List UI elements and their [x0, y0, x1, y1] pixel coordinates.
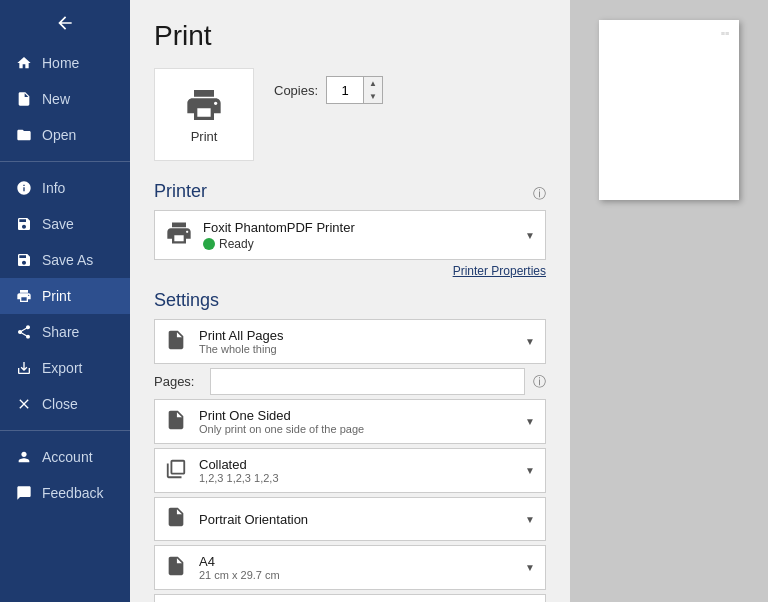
print-panel: Print Print Copies: ▲ ▼ — [130, 0, 570, 602]
sidebar-item-new[interactable]: New — [0, 81, 130, 117]
top-row: Print Copies: ▲ ▼ — [154, 68, 546, 177]
sidebar-item-label: Home — [42, 55, 79, 71]
settings-collate-sub: 1,2,3 1,2,3 1,2,3 — [199, 472, 515, 484]
settings-pages-sub: The whole thing — [199, 343, 515, 355]
printer-icon — [165, 219, 193, 251]
settings-collate-text: Collated 1,2,3 1,2,3 1,2,3 — [199, 457, 515, 484]
orientation-icon — [165, 506, 189, 532]
sidebar-item-label: Info — [42, 180, 65, 196]
sidebar-item-label: Account — [42, 449, 93, 465]
orientation-dropdown-arrow: ▼ — [525, 514, 535, 525]
settings-collate[interactable]: Collated 1,2,3 1,2,3 1,2,3 ▼ — [154, 448, 546, 493]
content-area: Print Print Copies: ▲ ▼ — [130, 0, 768, 602]
sidebar-item-home[interactable]: Home — [0, 45, 130, 81]
sidebar-item-label: Feedback — [42, 485, 103, 501]
sidebar-item-print[interactable]: Print — [0, 278, 130, 314]
sidebar-item-share[interactable]: Share — [0, 314, 130, 350]
preview-page-content: ≡≡ — [721, 30, 729, 37]
settings-orientation-text: Portrait Orientation — [199, 512, 515, 527]
pages-input[interactable] — [210, 368, 525, 395]
copies-row: Copies: ▲ ▼ — [274, 76, 383, 104]
settings-paper-main: A4 — [199, 554, 515, 569]
settings-print-sided[interactable]: Print One Sided Only print on one side o… — [154, 399, 546, 444]
pages-info-icon: ⓘ — [533, 373, 546, 391]
settings-sided-sub: Only print on one side of the page — [199, 423, 515, 435]
sidebar: Home New Open Info Save Save As Print Sh… — [0, 0, 130, 602]
status-dot — [203, 238, 215, 250]
sidebar-item-account[interactable]: Account — [0, 439, 130, 475]
paper-size-icon — [165, 555, 189, 581]
settings-orientation-main: Portrait Orientation — [199, 512, 515, 527]
preview-area: ≡≡ — [570, 0, 768, 602]
sidebar-item-label: Close — [42, 396, 78, 412]
printer-section-title: Printer — [154, 181, 546, 202]
printer-name: Foxit PhantomPDF Printer — [203, 220, 525, 235]
collate-dropdown-arrow: ▼ — [525, 465, 535, 476]
copies-input[interactable] — [327, 81, 363, 100]
printer-info-icon: ⓘ — [533, 185, 546, 203]
printer-status-text: Ready — [219, 237, 254, 251]
printer-section: Printer ⓘ — [154, 181, 546, 202]
copies-label: Copies: — [274, 83, 318, 98]
printer-status: Ready — [203, 237, 525, 251]
copies-increment[interactable]: ▲ — [364, 77, 382, 90]
settings-margins[interactable]: Normal Margins Left: 2.54 cm Right: 2.54… — [154, 594, 546, 602]
copies-input-wrap: ▲ ▼ — [326, 76, 383, 104]
print-button[interactable]: Print — [154, 68, 254, 161]
sidebar-item-save[interactable]: Save — [0, 206, 130, 242]
settings-print-all-pages[interactable]: Print All Pages The whole thing ▼ — [154, 319, 546, 364]
sidebar-item-label: Share — [42, 324, 79, 340]
sidebar-item-label: Open — [42, 127, 76, 143]
printer-properties-link[interactable]: Printer Properties — [154, 264, 546, 278]
paper-dropdown-arrow: ▼ — [525, 562, 535, 573]
pages-dropdown-arrow: ▼ — [525, 336, 535, 347]
sided-dropdown-arrow: ▼ — [525, 416, 535, 427]
sidebar-item-label: Save — [42, 216, 74, 232]
sidebar-item-info[interactable]: Info — [0, 170, 130, 206]
sided-icon — [165, 409, 189, 435]
copies-decrement[interactable]: ▼ — [364, 90, 382, 103]
preview-page: ≡≡ — [599, 20, 739, 200]
copies-section: Copies: ▲ ▼ — [270, 68, 383, 116]
pages-row: Pages: ⓘ — [154, 368, 546, 395]
sidebar-item-feedback[interactable]: Feedback — [0, 475, 130, 511]
pages-icon — [165, 329, 189, 355]
pages-label: Pages: — [154, 374, 202, 389]
settings-paper-text: A4 21 cm x 29.7 cm — [199, 554, 515, 581]
sidebar-item-save-as[interactable]: Save As — [0, 242, 130, 278]
sidebar-item-label: Export — [42, 360, 82, 376]
sidebar-item-label: Print — [42, 288, 71, 304]
page-title: Print — [154, 20, 546, 52]
settings-sided-main: Print One Sided — [199, 408, 515, 423]
sidebar-item-close[interactable]: Close — [0, 386, 130, 422]
copies-spinners: ▲ ▼ — [363, 77, 382, 103]
settings-section-title: Settings — [154, 290, 546, 311]
settings-orientation[interactable]: Portrait Orientation ▼ — [154, 497, 546, 541]
printer-dropdown[interactable]: Foxit PhantomPDF Printer Ready ▼ — [154, 210, 546, 260]
settings-paper-sub: 21 cm x 29.7 cm — [199, 569, 515, 581]
sidebar-item-export[interactable]: Export — [0, 350, 130, 386]
sidebar-item-open[interactable]: Open — [0, 117, 130, 153]
sidebar-divider-2 — [0, 430, 130, 431]
sidebar-divider-1 — [0, 161, 130, 162]
printer-info: Foxit PhantomPDF Printer Ready — [203, 220, 525, 251]
collate-icon — [165, 458, 189, 484]
settings-collate-main: Collated — [199, 457, 515, 472]
sidebar-item-label: Save As — [42, 252, 93, 268]
print-button-label: Print — [191, 129, 218, 144]
back-button[interactable] — [0, 0, 130, 45]
settings-pages-main: Print All Pages — [199, 328, 515, 343]
settings-pages-text: Print All Pages The whole thing — [199, 328, 515, 355]
printer-dropdown-arrow: ▼ — [525, 230, 535, 241]
main-content: Print Print Copies: ▲ ▼ — [130, 0, 768, 602]
sidebar-item-label: New — [42, 91, 70, 107]
settings-sided-text: Print One Sided Only print on one side o… — [199, 408, 515, 435]
settings-paper-size[interactable]: A4 21 cm x 29.7 cm ▼ — [154, 545, 546, 590]
